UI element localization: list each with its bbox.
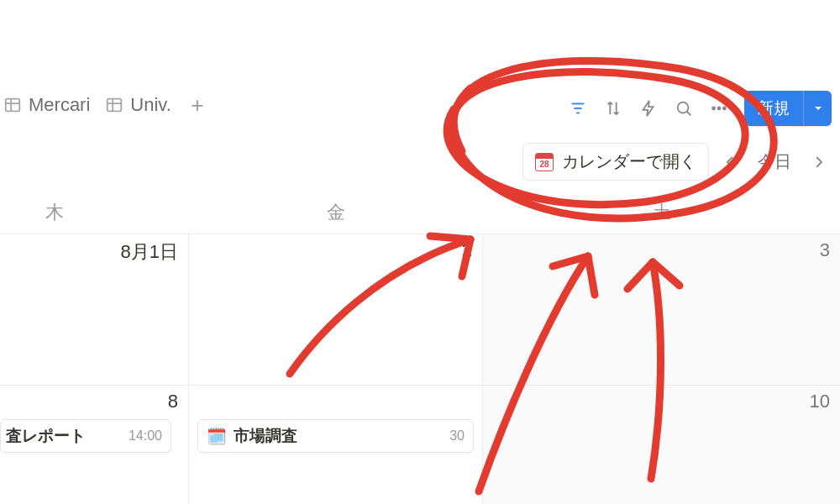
- date-label: 8月1日: [121, 239, 178, 265]
- date-label: 2: [462, 239, 472, 261]
- tab-label: Univ.: [130, 94, 171, 116]
- new-button-main[interactable]: 新規: [744, 91, 803, 126]
- filter-button[interactable]: [563, 93, 593, 123]
- svg-rect-0: [6, 99, 20, 112]
- day-cell[interactable]: 8 査レポート 14:00: [0, 386, 189, 504]
- open-in-calendar-label: カレンダーで開く: [562, 150, 696, 173]
- day-cell[interactable]: 2: [189, 234, 483, 386]
- next-period-button[interactable]: [806, 150, 832, 175]
- day-cell[interactable]: 🗓️ 市場調査 30: [189, 386, 483, 504]
- chevron-down-icon: [811, 102, 825, 115]
- sort-button[interactable]: [598, 93, 628, 123]
- event-title: 査レポート: [6, 425, 120, 447]
- table-icon: [105, 96, 123, 114]
- calendar-event[interactable]: 査レポート 14:00: [0, 419, 171, 453]
- more-button[interactable]: [704, 93, 734, 123]
- database-toolbar: 新規: [563, 91, 832, 126]
- new-button-dropdown[interactable]: [803, 91, 832, 126]
- prev-period-button[interactable]: [717, 150, 743, 175]
- search-button[interactable]: [669, 93, 699, 123]
- new-button: 新規: [744, 91, 832, 126]
- svg-point-13: [723, 108, 726, 110]
- lightning-icon: [639, 99, 658, 118]
- svg-point-9: [678, 102, 689, 113]
- event-time: 14:00: [129, 428, 162, 444]
- event-emoji: 🗓️: [207, 427, 227, 446]
- event-time: 30: [449, 428, 465, 444]
- date-label: 8: [168, 391, 178, 412]
- add-view-button[interactable]: +: [186, 94, 208, 116]
- svg-point-12: [718, 108, 721, 110]
- ellipsis-icon: [710, 99, 728, 118]
- sort-icon: [604, 99, 622, 118]
- weekday-fri: 金: [189, 193, 483, 237]
- svg-rect-3: [108, 99, 122, 112]
- weekday-sat: 土: [483, 193, 840, 237]
- chevron-left-icon: [722, 155, 738, 170]
- weekday-header: 木 金 土: [0, 193, 840, 237]
- calendar-subbar: カレンダーで開く 今日: [522, 143, 832, 181]
- today-button[interactable]: 今日: [751, 147, 798, 176]
- calendar-icon: [535, 153, 554, 171]
- tab-label: Mercari: [29, 94, 90, 116]
- tab-univ[interactable]: Univ.: [105, 94, 171, 116]
- weekday-thu: 木: [0, 193, 189, 237]
- chevron-right-icon: [811, 155, 827, 170]
- view-tabs: Mercari Univ. +: [0, 94, 208, 116]
- date-label: 10: [810, 391, 830, 412]
- calendar-event[interactable]: 🗓️ 市場調査 30: [197, 419, 474, 453]
- calendar-grid: 8月1日 2 3 8 査レポート 14:00 🗓️ 市場調査 30 10: [0, 234, 840, 504]
- svg-point-11: [712, 108, 715, 110]
- svg-line-10: [687, 112, 691, 116]
- filter-icon: [569, 99, 587, 118]
- day-cell[interactable]: 3: [483, 234, 840, 386]
- date-label: 3: [820, 239, 830, 261]
- day-cell[interactable]: 8月1日: [0, 234, 189, 386]
- tab-mercari[interactable]: Mercari: [3, 94, 90, 116]
- open-in-calendar-button[interactable]: カレンダーで開く: [522, 143, 709, 181]
- day-cell[interactable]: 10: [483, 386, 840, 504]
- search-icon: [675, 99, 693, 118]
- event-title: 市場調査: [234, 425, 441, 447]
- table-icon: [3, 96, 22, 114]
- automation-button[interactable]: [633, 93, 664, 123]
